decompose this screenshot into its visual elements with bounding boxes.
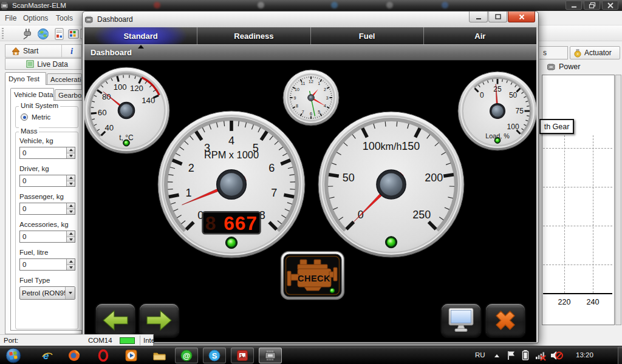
- actuator-tab-label: Actuator: [584, 49, 612, 57]
- dashboard-titlebar[interactable]: Dashboard: [83, 12, 538, 27]
- vehicle-kg-value: 0: [20, 147, 66, 158]
- passenger-kg-input[interactable]: 0: [19, 203, 75, 215]
- vehicle-kg-input[interactable]: 0: [19, 147, 75, 159]
- dashboard-window-title: Dashboard: [97, 15, 133, 24]
- fuel-litre-spinner[interactable]: [66, 259, 75, 270]
- svg-text:120: 120: [130, 84, 143, 93]
- vertical-scrollbar[interactable]: [615, 75, 621, 325]
- battery-icon[interactable]: [521, 349, 530, 361]
- explorer-folder-icon[interactable]: [153, 349, 166, 362]
- media-app-button[interactable]: [231, 348, 254, 363]
- partial-tab-label: s: [543, 49, 547, 57]
- svg-text:11: 11: [301, 81, 305, 86]
- language-indicator[interactable]: RU: [475, 351, 485, 359]
- svg-text:100: 100: [363, 140, 381, 152]
- svg-text:12: 12: [309, 79, 313, 84]
- info-button[interactable]: i: [61, 45, 81, 57]
- tab-acceleration[interactable]: Acceleration: [47, 73, 82, 85]
- prev-page-button[interactable]: [96, 304, 135, 337]
- actuator-tab[interactable]: Actuator: [570, 46, 620, 59]
- svg-text:1: 1: [318, 81, 320, 86]
- gear-label: th Gear: [539, 119, 574, 134]
- menu-tools[interactable]: Tools: [56, 11, 73, 25]
- power-tab[interactable]: Power: [547, 61, 580, 72]
- start-orb[interactable]: [5, 348, 21, 363]
- tab-readiness-label: Readiness: [234, 32, 273, 41]
- accessories-kg-spinner[interactable]: [66, 231, 75, 242]
- tab-standard[interactable]: Standard: [84, 27, 197, 44]
- fuel-type-value: Petrol (RON95: [20, 287, 65, 299]
- show-desktop-button[interactable]: [618, 346, 622, 364]
- fuel-litre-value: 0: [20, 259, 66, 270]
- port-value: COM14: [88, 337, 112, 344]
- internet-explorer-icon[interactable]: e: [41, 349, 53, 362]
- vehicle-kg-spinner[interactable]: [66, 147, 75, 158]
- svg-text:0: 0: [480, 91, 484, 99]
- volume-muted-icon[interactable]: [550, 349, 563, 362]
- tab-fuel[interactable]: Fuel: [311, 27, 424, 44]
- tab-readiness[interactable]: Readiness: [197, 27, 310, 44]
- skype-app-button[interactable]: S: [203, 348, 226, 363]
- report-icon[interactable]: [52, 27, 66, 41]
- svg-text:100: 100: [507, 123, 519, 131]
- opera-icon[interactable]: [97, 349, 109, 362]
- mail-agent-app-button[interactable]: @: [175, 348, 198, 363]
- clock[interactable]: 13:20: [576, 351, 593, 359]
- tab-air[interactable]: Air: [424, 27, 536, 44]
- next-page-button[interactable]: [140, 304, 179, 337]
- tray-expand-icon[interactable]: [494, 354, 499, 357]
- firefox-icon[interactable]: [68, 349, 80, 362]
- dashboard-maximize-button[interactable]: [488, 12, 507, 22]
- metric-radio[interactable]: [21, 113, 28, 121]
- network-icon[interactable]: [535, 350, 547, 361]
- active-tab-pointer: [138, 45, 144, 49]
- fuel-type-combobox[interactable]: Petrol (RON95: [19, 286, 75, 300]
- svg-text:4: 4: [228, 135, 234, 147]
- scanmaster-app-button[interactable]: [259, 348, 282, 363]
- speed-gauge: 050100150200250km/h: [318, 111, 465, 258]
- arrow-left-icon: [102, 309, 129, 331]
- passenger-kg-spinner[interactable]: [66, 203, 75, 214]
- accessories-kg-input[interactable]: 0: [19, 231, 75, 243]
- connect-plug-icon[interactable]: [21, 27, 34, 41]
- tab-vehicle-data[interactable]: Vehicle Data: [10, 88, 54, 101]
- globe-icon[interactable]: [36, 27, 50, 41]
- titlebar-blob-gray2: [386, 2, 393, 8]
- accessories-kg-value: 0: [20, 231, 66, 242]
- driver-kg-spinner[interactable]: [66, 175, 75, 186]
- action-center-flag-icon[interactable]: [507, 350, 516, 361]
- tab-gearbox-label: Gearbox: [58, 92, 83, 99]
- passenger-kg-label: Passenger, kg: [19, 193, 64, 200]
- dashboard-header: Dashboard: [84, 44, 536, 60]
- close-dashboard-button[interactable]: [486, 304, 525, 337]
- driver-kg-input[interactable]: 0: [19, 175, 75, 187]
- load-gauge: 0255075100Load, %: [457, 71, 536, 151]
- dashboard-stage: CHECK: [84, 60, 536, 342]
- svg-text:150: 150: [402, 140, 420, 152]
- live-data-label: Live Data: [37, 60, 68, 69]
- actuator-icon: [573, 49, 582, 58]
- dashboard-minimize-button[interactable]: [469, 12, 488, 22]
- dashboard-close-button[interactable]: [508, 12, 535, 22]
- svg-text:2: 2: [324, 87, 326, 92]
- modules-grid-icon[interactable]: [67, 27, 80, 41]
- titlebar-blob-blue: [331, 2, 338, 8]
- live-data-button[interactable]: Live Data: [5, 58, 82, 70]
- partial-tab[interactable]: s: [539, 46, 568, 59]
- fullscreen-button[interactable]: [442, 304, 480, 337]
- restore-button[interactable]: [584, 1, 600, 10]
- minimize-button[interactable]: [566, 1, 582, 10]
- tab-gearbox[interactable]: Gearbox: [55, 89, 83, 101]
- tab-acceleration-label: Acceleration: [50, 76, 82, 83]
- menu-options[interactable]: Options: [23, 11, 48, 25]
- arrow-right-icon: [146, 309, 173, 331]
- start-button[interactable]: Start: [5, 45, 61, 57]
- media-player-icon[interactable]: [125, 349, 137, 362]
- close-button[interactable]: [602, 1, 618, 10]
- tab-dyno-test[interactable]: Dyno Test: [5, 72, 46, 85]
- combo-dropdown-icon[interactable]: [65, 287, 75, 299]
- fuel-litre-input[interactable]: 0: [19, 258, 75, 271]
- menu-file[interactable]: File: [5, 11, 16, 25]
- check-led: [330, 288, 334, 292]
- svg-text:10: 10: [295, 87, 299, 92]
